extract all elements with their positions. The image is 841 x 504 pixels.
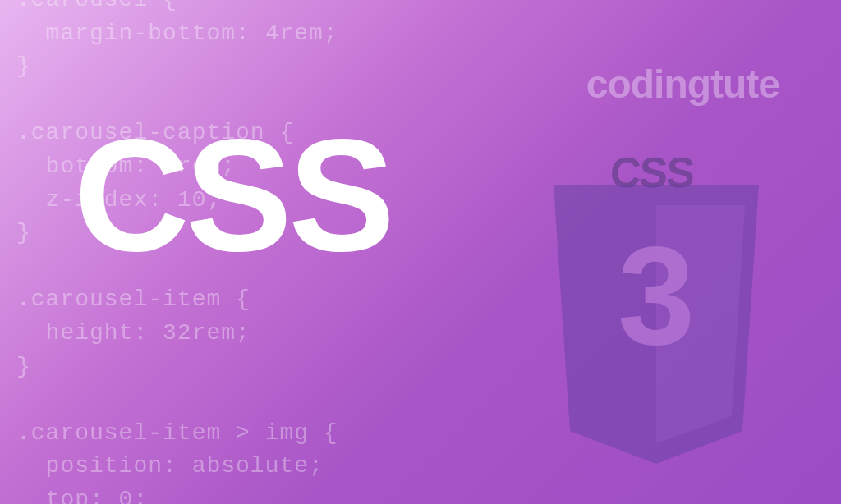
brand-watermark: codingtute [586, 62, 779, 107]
main-title: CSS [74, 115, 391, 275]
logo-number: 3 [618, 226, 696, 365]
css3-logo-icon: 3 [541, 185, 771, 464]
